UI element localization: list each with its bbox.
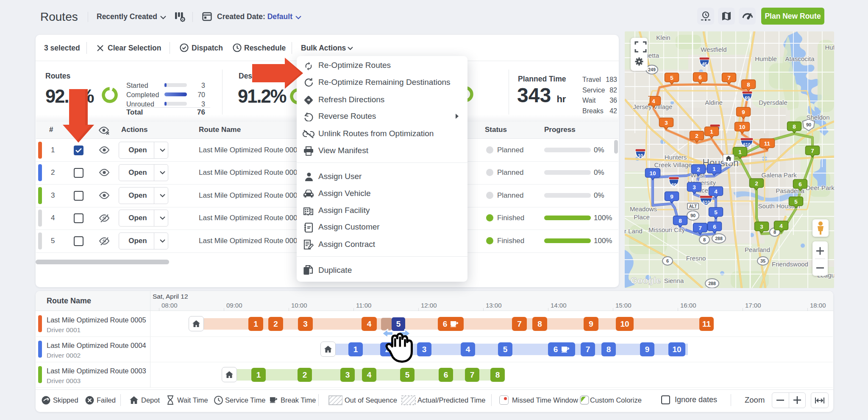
svg-text:Hunters: Hunters [665,154,687,161]
svg-text:2: 2 [755,180,758,187]
svg-text:610: 610 [702,200,710,205]
svg-text:1: 1 [712,166,716,172]
svg-text:2: 2 [697,166,700,173]
svg-text:11: 11 [764,140,771,147]
svg-text:2: 2 [695,133,698,139]
svg-text:Humble: Humble [755,55,777,62]
svg-text:10: 10 [638,153,643,158]
svg-text:Place: Place [634,213,650,221]
svg-text:1: 1 [738,149,742,155]
svg-text:288: 288 [708,281,716,286]
svg-text:9: 9 [670,193,673,200]
svg-text:45: 45 [702,62,707,67]
svg-text:610: 610 [743,142,751,147]
svg-text:Dyersdale: Dyersdale [759,99,787,106]
svg-text:7: 7 [811,148,814,154]
svg-text:5: 5 [794,199,798,205]
svg-text:8: 8 [773,230,776,235]
svg-text:35: 35 [760,258,765,263]
svg-text:10: 10 [649,170,656,176]
svg-text:69: 69 [745,95,750,101]
svg-text:6: 6 [713,224,716,230]
svg-text:8: 8 [793,123,796,130]
svg-text:Creek Village: Creek Village [654,161,692,168]
svg-text:1: 1 [710,129,713,135]
svg-text:Fresno: Fresno [686,255,706,262]
svg-text:69: 69 [671,182,676,188]
svg-text:8: 8 [747,81,750,88]
svg-text:Aldine: Aldine [705,99,723,106]
svg-text:4: 4 [652,98,655,104]
svg-text:4: 4 [779,223,783,229]
svg-text:3: 3 [665,120,668,126]
svg-text:Google: Google [631,276,661,285]
svg-text:Galena Park: Galena Park [761,171,797,179]
svg-text:Westfield: Westfield [701,46,726,53]
svg-text:6: 6 [798,181,802,188]
svg-text:Sugar Land: Sugar Land [625,227,643,235]
svg-text:3: 3 [693,184,696,190]
svg-text:90: 90 [690,213,696,218]
svg-text:8: 8 [679,218,682,224]
svg-text:6: 6 [698,74,702,81]
svg-text:Huff: Huff [825,44,834,51]
svg-text:3: 3 [760,224,763,230]
svg-text:90: 90 [806,122,811,127]
svg-text:8: 8 [703,237,706,242]
svg-text:Sienna: Sienna [664,277,684,284]
svg-text:Friendswood: Friendswood [772,260,808,268]
svg-text:7: 7 [727,75,731,81]
svg-text:Klein: Klein [656,34,670,41]
svg-text:Sheldon: Sheldon [806,114,829,121]
svg-text:Deer Park: Deer Park [806,184,834,191]
svg-text:5: 5 [670,75,673,81]
svg-text:10: 10 [739,124,745,130]
svg-text:9: 9 [742,109,745,115]
svg-text:249: 249 [648,67,656,72]
svg-text:288: 288 [715,236,723,241]
svg-text:4: 4 [714,188,718,195]
svg-text:Atascocita: Atascocita [785,55,815,62]
svg-text:6: 6 [666,258,669,263]
svg-text:5: 5 [714,209,718,216]
svg-text:Pearland: Pearland [745,246,770,253]
svg-text:7: 7 [698,225,702,231]
svg-text:ALT: ALT [689,204,697,209]
svg-text:Meadows: Meadows [630,205,657,213]
svg-text:Missouri City: Missouri City [648,226,685,233]
